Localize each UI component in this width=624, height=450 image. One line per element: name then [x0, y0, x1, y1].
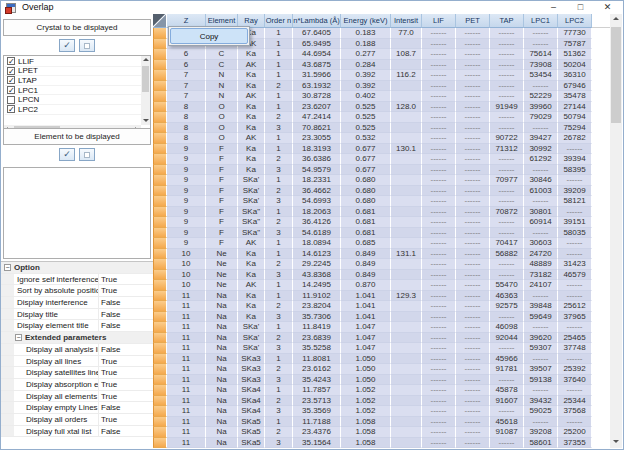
cell[interactable]: Ka	[238, 259, 265, 270]
cell[interactable]: ------	[490, 49, 524, 60]
cell[interactable]: 7	[167, 91, 206, 102]
cell[interactable]: 1	[265, 291, 293, 302]
cell[interactable]	[391, 427, 422, 438]
row-header[interactable]	[153, 112, 167, 123]
cell[interactable]: ------	[490, 217, 524, 228]
cell[interactable]: 23.6207	[293, 102, 341, 113]
cell[interactable]: Na	[206, 417, 238, 428]
cell[interactable]: 1.052	[341, 396, 391, 407]
cell[interactable]: ------	[456, 427, 490, 438]
cell[interactable]: 0.677	[341, 144, 391, 155]
cell[interactable]: 9	[167, 196, 206, 207]
row-header[interactable]	[153, 343, 167, 354]
cell[interactable]: Ka	[238, 301, 265, 312]
cell[interactable]: F	[206, 154, 238, 165]
cell[interactable]: 54.9579	[293, 165, 341, 176]
cell[interactable]: ------	[490, 196, 524, 207]
cell[interactable]: 2	[265, 217, 293, 228]
row-header[interactable]	[153, 154, 167, 165]
checkbox-icon[interactable]: ✓	[7, 105, 15, 113]
cell[interactable]: ------	[456, 144, 490, 155]
cell[interactable]: ------	[422, 102, 456, 113]
cell[interactable]: 108.7	[391, 49, 422, 60]
scroll-up-icon[interactable]	[610, 14, 622, 26]
column-header-n-lambda[interactable]: n*Lambda (Å)	[293, 14, 341, 28]
column-header-lpc1[interactable]: LPC1	[524, 14, 558, 28]
cell[interactable]: 18.3193	[293, 144, 341, 155]
cell[interactable]: ------	[422, 175, 456, 186]
cell[interactable]: ------	[490, 39, 524, 50]
cell[interactable]: O	[206, 112, 238, 123]
cell[interactable]: 1	[265, 91, 293, 102]
row-header[interactable]	[153, 427, 167, 438]
row-header[interactable]	[153, 406, 167, 417]
cell[interactable]: 25200	[558, 427, 592, 438]
cell[interactable]: AK	[238, 60, 265, 71]
cell[interactable]: 9	[167, 154, 206, 165]
cell[interactable]: 24107	[524, 280, 558, 291]
cell[interactable]: ------	[490, 91, 524, 102]
cell[interactable]: 90722	[490, 133, 524, 144]
cell[interactable]: Na	[206, 375, 238, 386]
cell[interactable]	[391, 301, 422, 312]
option-value[interactable]: True	[101, 357, 117, 366]
cell[interactable]: Ne	[206, 280, 238, 291]
cell[interactable]: ------	[422, 270, 456, 281]
cell[interactable]: ------	[456, 406, 490, 417]
option-row[interactable]: Display element titleFalse	[1, 320, 153, 332]
cell[interactable]: ------	[490, 81, 524, 92]
cell[interactable]: ------	[456, 312, 490, 323]
cell[interactable]: 73908	[524, 60, 558, 71]
crystal-item-lpet[interactable]: ✓LPET	[5, 67, 141, 77]
cell[interactable]: 58395	[558, 165, 592, 176]
cell[interactable]: 14.6123	[293, 249, 341, 260]
cell[interactable]: 0.870	[341, 280, 391, 291]
cell[interactable]: 35.7306	[293, 312, 341, 323]
cell[interactable]: ------	[490, 165, 524, 176]
cell[interactable]: 1	[265, 175, 293, 186]
cell[interactable]: ------	[456, 186, 490, 197]
cell[interactable]: 1	[265, 39, 293, 50]
row-header[interactable]	[153, 301, 167, 312]
cell[interactable]: F	[206, 207, 238, 218]
cell[interactable]: ------	[422, 385, 456, 396]
cell[interactable]: F	[206, 175, 238, 186]
cell[interactable]: 91781	[490, 364, 524, 375]
cell[interactable]: 1	[265, 70, 293, 81]
cell[interactable]: ------	[456, 165, 490, 176]
cell[interactable]: 35478	[558, 91, 592, 102]
cell[interactable]	[391, 186, 422, 197]
cell[interactable]: ------	[422, 396, 456, 407]
cell[interactable]: 0.525	[341, 102, 391, 113]
cell[interactable]: 25392	[558, 364, 592, 375]
cell[interactable]: 79029	[524, 112, 558, 123]
cell[interactable]: 65.9495	[293, 39, 341, 50]
cell[interactable]: 11	[167, 354, 206, 365]
cell[interactable]: 23.6162	[293, 364, 341, 375]
cell[interactable]: 0.849	[341, 259, 391, 270]
cell[interactable]: 46579	[558, 270, 592, 281]
cell[interactable]: 39848	[524, 301, 558, 312]
cell[interactable]: 1.050	[341, 364, 391, 375]
cell[interactable]: 35.3569	[293, 406, 341, 417]
row-header[interactable]	[153, 280, 167, 291]
cell[interactable]: 11	[167, 375, 206, 386]
cell[interactable]: 2	[265, 112, 293, 123]
cell[interactable]: 11	[167, 396, 206, 407]
cell[interactable]: ------	[422, 207, 456, 218]
cell[interactable]: 131.1	[391, 249, 422, 260]
cell[interactable]: 1	[265, 322, 293, 333]
uncheck-all-crystals-button[interactable]	[79, 39, 95, 52]
cell[interactable]: 11	[167, 322, 206, 333]
cell[interactable]	[391, 175, 422, 186]
cell[interactable]: ------	[422, 238, 456, 249]
check-all-elements-button[interactable]: ✓	[59, 148, 75, 161]
cell[interactable]: SKa"	[238, 217, 265, 228]
cell[interactable]: 2	[265, 333, 293, 344]
cell[interactable]	[391, 396, 422, 407]
cell[interactable]: ------	[490, 228, 524, 239]
cell[interactable]: 11.8419	[293, 322, 341, 333]
cell[interactable]: ------	[456, 196, 490, 207]
cell[interactable]: Ne	[206, 270, 238, 281]
scroll-up-icon[interactable]	[141, 56, 150, 65]
